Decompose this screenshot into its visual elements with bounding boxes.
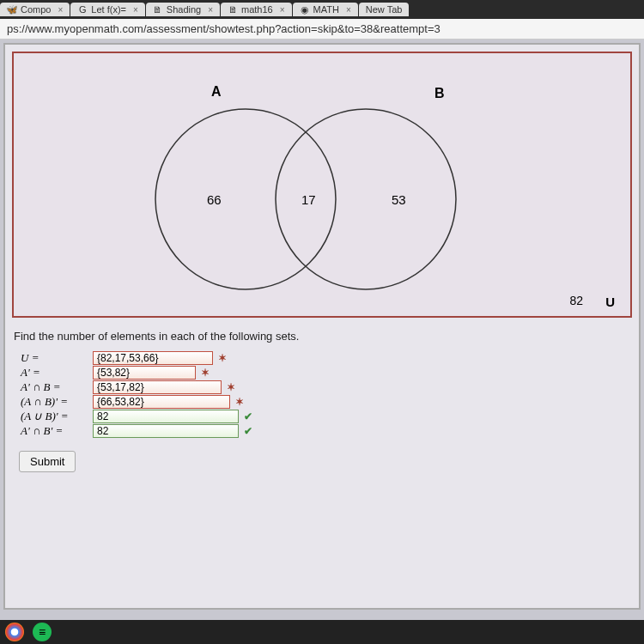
close-icon[interactable]: × [133,5,138,15]
value-only-a: 66 [207,192,222,207]
answer-input-a-prime[interactable] [93,366,196,380]
doc-icon: 🗎 [153,4,163,15]
label-u: U [605,295,615,309]
google-icon: G [77,4,88,15]
tab-label: MATH [313,4,339,15]
answer-row-a-prime-int-b-prime: A' ∩ B' = ✔ [21,424,632,438]
answer-label: A' = [21,366,88,380]
value-only-b: 53 [392,192,406,207]
answer-row-a-prime: A' = ✶ [21,366,632,380]
close-icon[interactable]: × [346,5,351,15]
answer-label: U = [21,351,88,365]
answer-label: A' ∩ B' = [21,424,88,438]
incorrect-icon: ✶ [218,352,227,364]
answer-label: (A ∪ B)' = [21,410,88,423]
url-bar[interactable]: ps://www.myopenmath.com/assessment/showt… [0,19,644,39]
incorrect-icon: ✶ [201,367,210,379]
incorrect-icon: ✶ [235,396,244,408]
answer-label: A' ∩ B = [21,380,88,394]
tab-letfx[interactable]: GLet f(x)=× [70,3,145,16]
answer-row-a-prime-int-b: A' ∩ B = ✶ [21,380,632,394]
venn-svg: A B 66 17 53 [82,70,529,311]
tab-label: New Tab [366,4,403,15]
problem-text: Find the number of elements in each of t… [14,330,632,343]
answer-input-u[interactable] [93,351,213,365]
close-icon[interactable]: × [280,5,285,15]
tab-label: Let f(x)= [91,4,126,15]
label-b: B [434,86,445,100]
answer-row-a-int-b-prime: (A ∩ B)' = ✶ [21,395,632,409]
submit-button[interactable]: Submit [19,451,76,472]
answer-input-a-prime-int-b-prime[interactable] [93,424,239,438]
tab-math16[interactable]: 🗎math16× [221,3,292,16]
tab-math[interactable]: ◉MATH× [293,3,358,16]
correct-icon: ✔ [244,425,252,437]
tab-compo[interactable]: 🦋Compo× [0,3,70,16]
favicon-icon: 🦋 [7,4,17,15]
spotify-icon[interactable]: ≡ [33,623,52,641]
value-intersection: 17 [301,192,316,207]
chrome-icon[interactable] [5,623,24,641]
answer-input-a-prime-int-b[interactable] [93,380,222,394]
answer-label: (A ∩ B)' = [21,395,88,409]
answer-row-u: U = ✶ [21,351,632,365]
tab-shading[interactable]: 🗎Shading× [146,3,220,16]
label-a: A [211,84,222,99]
incorrect-icon: ✶ [227,381,235,393]
answer-input-a-int-b-prime[interactable] [93,395,230,409]
close-icon[interactable]: × [208,5,213,15]
venn-diagram: A B 66 17 53 U 82 [12,52,632,318]
doc-icon: 🗎 [228,4,238,15]
tab-label: Compo [21,4,51,15]
answer-input-a-union-b-prime[interactable] [93,410,239,423]
answers-block: U = ✶ A' = ✶ A' ∩ B = ✶ (A ∩ B)' = ✶ (A … [21,351,632,438]
answer-row-a-union-b-prime: (A ∪ B)' = ✔ [21,410,632,423]
browser-tabs: 🦋Compo× GLet f(x)=× 🗎Shading× 🗎math16× ◉… [0,0,644,19]
page-content: A B 66 17 53 U 82 Find the number of ele… [3,43,641,610]
favicon-icon: ◉ [300,4,310,15]
value-outside: 82 [569,294,583,307]
close-icon[interactable]: × [58,5,63,15]
taskbar: ≡ [0,620,644,644]
correct-icon: ✔ [244,410,252,422]
tab-label: math16 [241,4,273,15]
tab-label: Shading [167,4,201,15]
tab-newtab[interactable]: New Tab [359,3,410,16]
